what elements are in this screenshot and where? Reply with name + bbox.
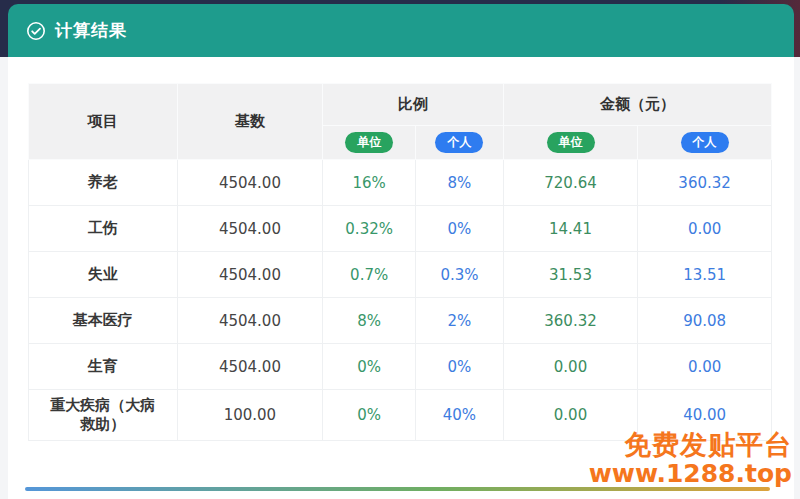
ratio-unit-header: 单位 bbox=[323, 126, 416, 160]
ratio-person-header: 个人 bbox=[416, 126, 504, 160]
cell-item: 失业 bbox=[29, 252, 178, 298]
cell-base: 4504.00 bbox=[177, 160, 323, 206]
result-table: 项目 基数 比例 金额（元） 单位 个人 单位 个人 bbox=[28, 83, 772, 441]
cell-amount-person: 360.32 bbox=[638, 160, 772, 206]
cell-amount-unit: 360.32 bbox=[503, 298, 637, 344]
horizontal-scrollbar[interactable] bbox=[25, 487, 770, 491]
amount-unit-header: 单位 bbox=[503, 126, 637, 160]
amount-person-header: 个人 bbox=[638, 126, 772, 160]
cell-amount-person: 40.00 bbox=[638, 390, 772, 441]
page: 计算结果 项目 基数 比例 金额（元） 单位 bbox=[0, 0, 800, 499]
table-row: 基本医疗 4504.00 8% 2% 360.32 90.08 bbox=[29, 298, 772, 344]
col-header-amount: 金额（元） bbox=[503, 84, 771, 126]
cell-amount-unit: 14.41 bbox=[503, 206, 637, 252]
cell-item: 生育 bbox=[29, 344, 178, 390]
cell-base: 4504.00 bbox=[177, 298, 323, 344]
cell-amount-unit: 0.00 bbox=[503, 390, 637, 441]
cell-amount-person: 13.51 bbox=[638, 252, 772, 298]
cell-base: 100.00 bbox=[177, 390, 323, 441]
table-body: 养老 4504.00 16% 8% 720.64 360.32 工伤 4504.… bbox=[29, 160, 772, 441]
cell-ratio-unit: 8% bbox=[323, 298, 416, 344]
col-header-ratio: 比例 bbox=[323, 84, 504, 126]
col-header-item: 项目 bbox=[29, 84, 178, 160]
table-row: 工伤 4504.00 0.32% 0% 14.41 0.00 bbox=[29, 206, 772, 252]
cell-ratio-unit: 0% bbox=[323, 344, 416, 390]
cell-base: 4504.00 bbox=[177, 206, 323, 252]
cell-amount-person: 0.00 bbox=[638, 206, 772, 252]
cell-amount-unit: 0.00 bbox=[503, 344, 637, 390]
unit-badge: 单位 bbox=[345, 132, 393, 154]
cell-amount-person: 0.00 bbox=[638, 344, 772, 390]
cell-amount-unit: 31.53 bbox=[503, 252, 637, 298]
cell-ratio-person: 0% bbox=[416, 344, 504, 390]
panel-title: 计算结果 bbox=[55, 19, 127, 42]
table-row: 重大疾病（大病救助） 100.00 0% 40% 0.00 40.00 bbox=[29, 390, 772, 441]
cell-item: 工伤 bbox=[29, 206, 178, 252]
cell-amount-person: 90.08 bbox=[638, 298, 772, 344]
result-card: 项目 基数 比例 金额（元） 单位 个人 单位 个人 bbox=[8, 57, 794, 499]
cell-ratio-unit: 0% bbox=[323, 390, 416, 441]
cell-amount-unit: 720.64 bbox=[503, 160, 637, 206]
person-badge: 个人 bbox=[681, 132, 729, 154]
cell-base: 4504.00 bbox=[177, 252, 323, 298]
cell-ratio-unit: 16% bbox=[323, 160, 416, 206]
table-row: 失业 4504.00 0.7% 0.3% 31.53 13.51 bbox=[29, 252, 772, 298]
cell-item: 重大疾病（大病救助） bbox=[29, 390, 178, 441]
check-circle-icon bbox=[26, 21, 46, 41]
cell-ratio-unit: 0.7% bbox=[323, 252, 416, 298]
cell-ratio-person: 40% bbox=[416, 390, 504, 441]
cell-ratio-person: 8% bbox=[416, 160, 504, 206]
cell-item: 基本医疗 bbox=[29, 298, 178, 344]
cell-ratio-person: 0% bbox=[416, 206, 504, 252]
table-row: 养老 4504.00 16% 8% 720.64 360.32 bbox=[29, 160, 772, 206]
unit-badge: 单位 bbox=[547, 132, 595, 154]
person-badge: 个人 bbox=[435, 132, 483, 154]
table-header: 项目 基数 比例 金额（元） 单位 个人 单位 个人 bbox=[29, 84, 772, 160]
col-header-base: 基数 bbox=[177, 84, 323, 160]
cell-base: 4504.00 bbox=[177, 344, 323, 390]
table-row: 生育 4504.00 0% 0% 0.00 0.00 bbox=[29, 344, 772, 390]
cell-ratio-person: 0.3% bbox=[416, 252, 504, 298]
result-panel-header: 计算结果 bbox=[8, 4, 794, 57]
cell-ratio-unit: 0.32% bbox=[323, 206, 416, 252]
cell-item: 养老 bbox=[29, 160, 178, 206]
cell-ratio-person: 2% bbox=[416, 298, 504, 344]
